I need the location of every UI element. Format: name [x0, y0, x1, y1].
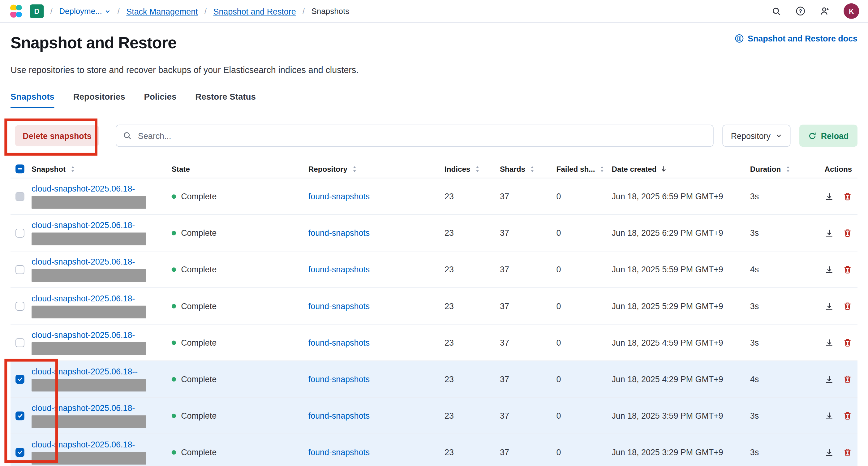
help-icon[interactable]: ?	[795, 6, 806, 17]
row-checkbox[interactable]	[16, 228, 25, 237]
delete-button[interactable]	[843, 448, 852, 457]
snapshot-link[interactable]: cloud-snapshot-2025.06.18-	[32, 403, 172, 412]
indices-value: 23	[444, 447, 500, 457]
snapshot-link[interactable]: cloud-snapshot-2025.06.18-	[32, 220, 172, 229]
sort-icon	[474, 165, 481, 173]
download-button[interactable]	[825, 375, 834, 384]
repository-link[interactable]: found-snapshots	[308, 265, 370, 274]
status-dot	[172, 194, 176, 198]
delete-button[interactable]	[843, 411, 852, 420]
user-avatar[interactable]: K	[843, 3, 859, 19]
tab-snapshots[interactable]: Snapshots	[10, 92, 55, 108]
column-header-duration[interactable]: Duration	[750, 165, 808, 173]
column-header-failed-shards[interactable]: Failed sh...	[556, 165, 612, 173]
row-checkbox[interactable]	[16, 338, 25, 347]
repository-link[interactable]: found-snapshots	[308, 301, 370, 311]
delete-button[interactable]	[843, 338, 852, 347]
tab-policies[interactable]: Policies	[144, 92, 177, 108]
indices-value: 23	[444, 191, 500, 201]
column-header-date-created[interactable]: Date created	[612, 165, 750, 173]
snapshot-link[interactable]: cloud-snapshot-2025.06.18-	[32, 330, 172, 339]
column-header-shards[interactable]: Shards	[500, 165, 557, 173]
row-checkbox[interactable]	[16, 301, 25, 310]
duration-value: 3s	[750, 338, 808, 347]
deployment-badge[interactable]: D	[30, 4, 44, 18]
delete-button[interactable]	[843, 301, 852, 310]
select-all-checkbox[interactable]	[16, 164, 25, 173]
download-button[interactable]	[825, 338, 834, 347]
tab-repositories[interactable]: Repositories	[73, 92, 125, 108]
breadcrumb-stack-management[interactable]: Stack Management	[126, 6, 198, 16]
repository-link[interactable]: found-snapshots	[308, 447, 370, 457]
state-label: Complete	[181, 374, 217, 384]
user-invite-icon[interactable]	[819, 6, 831, 17]
download-button[interactable]	[825, 265, 834, 274]
snapshot-link[interactable]: cloud-snapshot-2025.06.18-	[32, 293, 172, 303]
breadcrumb-deployment[interactable]: Deployme...	[59, 6, 111, 15]
redacted-snapshot-suffix	[32, 452, 146, 464]
breadcrumb-separator: /	[118, 6, 120, 15]
snapshot-link[interactable]: cloud-snapshot-2025.06.18-	[32, 440, 172, 449]
repository-link[interactable]: found-snapshots	[308, 228, 370, 237]
column-label: Shards	[500, 165, 525, 173]
download-button[interactable]	[825, 448, 834, 457]
row-checkbox[interactable]	[16, 192, 25, 201]
row-checkbox[interactable]	[16, 265, 25, 274]
reload-button[interactable]: Reload	[799, 125, 858, 147]
elastic-logo-icon[interactable]	[9, 4, 24, 19]
snapshot-link[interactable]: cloud-snapshot-2025.06.18-	[32, 184, 172, 193]
chevron-down-icon	[776, 132, 782, 139]
delete-button[interactable]	[843, 192, 852, 201]
status-dot	[172, 304, 176, 308]
row-checkbox[interactable]	[16, 375, 25, 384]
download-button[interactable]	[825, 411, 834, 420]
repository-link[interactable]: found-snapshots	[308, 411, 370, 420]
redacted-snapshot-suffix	[32, 379, 146, 392]
trash-icon	[843, 375, 852, 384]
row-checkbox[interactable]	[16, 448, 25, 457]
search-icon[interactable]	[771, 6, 782, 17]
download-button[interactable]	[825, 228, 834, 237]
date-created-value: Jun 18, 2025 6:29 PM GMT+9	[612, 228, 750, 237]
table-row: cloud-snapshot-2025.06.18- Complete foun…	[10, 434, 858, 466]
snapshot-link[interactable]: cloud-snapshot-2025.06.18--	[32, 367, 172, 376]
sort-icon	[784, 165, 791, 173]
duration-value: 3s	[750, 447, 808, 457]
date-created-value: Jun 18, 2025 4:29 PM GMT+9	[612, 374, 750, 384]
download-button[interactable]	[825, 192, 834, 201]
delete-button[interactable]	[843, 265, 852, 274]
tab-bar: Snapshots Repositories Policies Restore …	[10, 92, 858, 108]
repository-filter-button[interactable]: Repository	[723, 125, 790, 147]
download-button[interactable]	[825, 301, 834, 310]
repository-link[interactable]: found-snapshots	[308, 338, 370, 347]
trash-icon	[843, 411, 852, 420]
redacted-snapshot-suffix	[32, 196, 146, 209]
trash-icon	[843, 228, 852, 237]
status-dot	[172, 230, 176, 235]
delete-button[interactable]	[843, 228, 852, 237]
download-icon	[825, 228, 834, 237]
date-created-value: Jun 18, 2025 6:59 PM GMT+9	[612, 191, 750, 201]
column-header-indices[interactable]: Indices	[444, 165, 500, 173]
tab-restore-status[interactable]: Restore Status	[195, 92, 256, 108]
repository-link[interactable]: found-snapshots	[308, 374, 370, 384]
row-checkbox[interactable]	[16, 411, 25, 420]
trash-icon	[843, 301, 852, 310]
repository-link[interactable]: found-snapshots	[308, 191, 370, 201]
table-row: cloud-snapshot-2025.06.18- Complete foun…	[10, 215, 858, 251]
snapshot-link[interactable]: cloud-snapshot-2025.06.18-	[32, 257, 172, 266]
documentation-icon	[734, 34, 744, 43]
page-subtitle: Use repositories to store and recover ba…	[10, 65, 858, 75]
search-box[interactable]	[116, 125, 714, 147]
delete-snapshots-button[interactable]: Delete snapshots	[15, 125, 99, 146]
breadcrumb-snapshot-and-restore[interactable]: Snapshot and Restore	[213, 6, 296, 16]
column-header-snapshot[interactable]: Snapshot	[32, 165, 172, 173]
delete-button[interactable]	[843, 375, 852, 384]
shards-value: 37	[500, 301, 557, 311]
search-input[interactable]	[137, 130, 707, 141]
shards-value: 37	[500, 447, 557, 457]
docs-link[interactable]: Snapshot and Restore docs	[734, 34, 858, 43]
column-label: Snapshot	[32, 165, 66, 173]
redacted-snapshot-suffix	[32, 233, 146, 245]
column-header-repository[interactable]: Repository	[308, 165, 444, 173]
